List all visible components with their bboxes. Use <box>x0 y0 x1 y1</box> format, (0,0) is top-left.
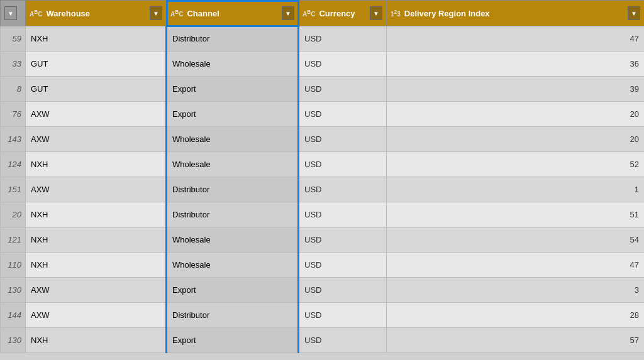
channel-cell: Wholesale <box>167 127 299 152</box>
warehouse-cell: NXH <box>26 227 167 253</box>
row-index: 143 <box>1 127 26 152</box>
warehouse-cell: NXH <box>26 152 167 177</box>
currency-cell: USD <box>299 303 387 328</box>
channel-cell: Distributor <box>167 177 299 202</box>
row-index: 8 <box>1 77 26 102</box>
channel-cell: Distributor <box>167 202 299 227</box>
warehouse-cell: NXH <box>26 26 167 52</box>
warehouse-cell: GUT <box>26 77 167 102</box>
row-index: 59 <box>1 26 26 52</box>
warehouse-label: Warehouse <box>46 9 90 18</box>
currency-cell: USD <box>299 202 387 227</box>
warehouse-cell: AXW <box>26 278 167 303</box>
warehouse-abc-icon: ABC <box>30 9 42 18</box>
channel-cell: Wholesale <box>167 152 299 177</box>
table-row: 76 AXW Export USD 20 <box>1 102 645 127</box>
warehouse-dropdown-arrow[interactable]: ▼ <box>150 6 162 20</box>
currency-cell: USD <box>299 77 387 102</box>
delivery-123-icon: 123 <box>391 9 401 18</box>
row-index: 130 <box>1 278 26 303</box>
channel-label: Channel <box>187 9 219 18</box>
channel-column-header[interactable]: ABC Channel ▼ <box>167 1 299 26</box>
channel-abc-icon: ABC <box>170 9 183 18</box>
currency-cell: USD <box>299 278 387 303</box>
warehouse-cell: GUT <box>26 52 167 77</box>
data-table: ▼ ABC Warehouse ▼ ABC Channel ▼ <box>0 0 644 360</box>
table-row: 130 NXH Export USD 57 <box>1 328 645 353</box>
table-row: 144 AXW Distributor USD 28 <box>1 303 645 328</box>
currency-label: Currency <box>319 9 355 18</box>
channel-cell: Export <box>167 278 299 303</box>
index-column-header: ▼ <box>1 1 26 26</box>
row-index: 144 <box>1 303 26 328</box>
table-row: 59 NXH Distributor USD 47 <box>1 26 645 52</box>
channel-cell: Wholesale <box>167 52 299 77</box>
currency-cell: USD <box>299 52 387 77</box>
warehouse-cell: NXH <box>26 202 167 227</box>
currency-cell: USD <box>299 102 387 127</box>
channel-cell: Distributor <box>167 303 299 328</box>
warehouse-cell: AXW <box>26 127 167 152</box>
table-row: 33 GUT Wholesale USD 36 <box>1 52 645 77</box>
channel-cell: Export <box>167 102 299 127</box>
warehouse-cell: NXH <box>26 328 167 353</box>
delivery-cell: 1 <box>387 177 645 202</box>
row-index: 124 <box>1 152 26 177</box>
table-row: 110 NXH Wholesale USD 47 <box>1 253 645 278</box>
table-row: 8 GUT Export USD 39 <box>1 77 645 102</box>
table-row: 121 NXH Wholesale USD 54 <box>1 227 645 253</box>
currency-cell: USD <box>299 328 387 353</box>
channel-dropdown-arrow[interactable]: ▼ <box>282 6 294 20</box>
delivery-cell: 52 <box>387 152 645 177</box>
delivery-cell: 36 <box>387 52 645 77</box>
warehouse-cell: NXH <box>26 253 167 278</box>
delivery-cell: 28 <box>387 303 645 328</box>
currency-cell: USD <box>299 152 387 177</box>
channel-cell: Wholesale <box>167 253 299 278</box>
row-index: 33 <box>1 52 26 77</box>
delivery-label: Delivery Region Index <box>404 9 490 18</box>
currency-cell: USD <box>299 127 387 152</box>
delivery-cell: 3 <box>387 278 645 303</box>
channel-cell: Wholesale <box>167 227 299 253</box>
delivery-cell: 51 <box>387 202 645 227</box>
warehouse-cell: AXW <box>26 177 167 202</box>
row-index: 110 <box>1 253 26 278</box>
delivery-cell: 47 <box>387 253 645 278</box>
currency-cell: USD <box>299 26 387 52</box>
channel-cell: Export <box>167 77 299 102</box>
table-row: 124 NXH Wholesale USD 52 <box>1 152 645 177</box>
delivery-cell: 39 <box>387 77 645 102</box>
warehouse-cell: AXW <box>26 102 167 127</box>
row-index: 121 <box>1 227 26 253</box>
delivery-cell: 47 <box>387 26 645 52</box>
currency-abc-icon: ABC <box>303 9 315 18</box>
delivery-dropdown-arrow[interactable]: ▼ <box>628 6 640 20</box>
table-row: 151 AXW Distributor USD 1 <box>1 177 645 202</box>
channel-cell: Distributor <box>167 26 299 52</box>
table-row: 143 AXW Wholesale USD 20 <box>1 127 645 152</box>
delivery-cell: 54 <box>387 227 645 253</box>
delivery-column-header[interactable]: 123 Delivery Region Index ▼ <box>387 1 645 26</box>
row-index: 76 <box>1 102 26 127</box>
currency-cell: USD <box>299 253 387 278</box>
currency-dropdown-arrow[interactable]: ▼ <box>370 6 382 20</box>
delivery-cell: 20 <box>387 102 645 127</box>
currency-cell: USD <box>299 227 387 253</box>
channel-cell: Export <box>167 328 299 353</box>
delivery-cell: 57 <box>387 328 645 353</box>
sort-icon[interactable]: ▼ <box>4 6 17 20</box>
delivery-cell: 20 <box>387 127 645 152</box>
row-index: 20 <box>1 202 26 227</box>
table-row: 20 NXH Distributor USD 51 <box>1 202 645 227</box>
table-row: 130 AXW Export USD 3 <box>1 278 645 303</box>
warehouse-column-header[interactable]: ABC Warehouse ▼ <box>26 1 167 26</box>
row-index: 151 <box>1 177 26 202</box>
row-index: 130 <box>1 328 26 353</box>
warehouse-cell: AXW <box>26 303 167 328</box>
currency-cell: USD <box>299 177 387 202</box>
currency-column-header[interactable]: ABC Currency ▼ <box>299 1 387 26</box>
